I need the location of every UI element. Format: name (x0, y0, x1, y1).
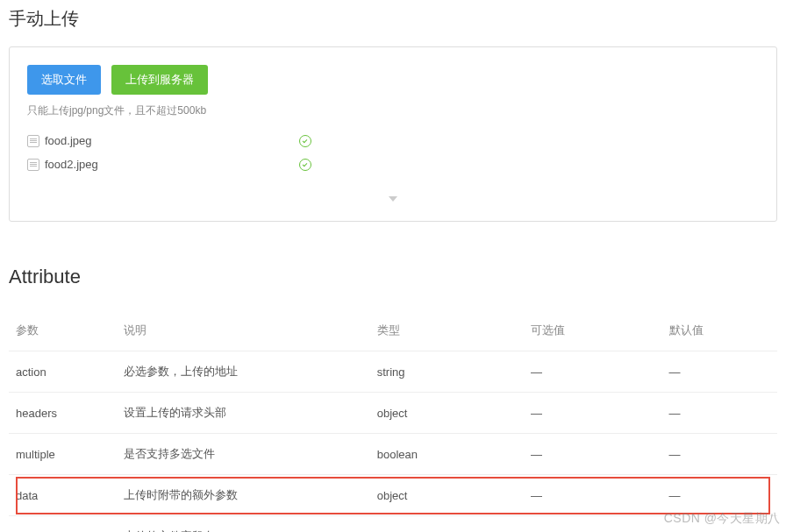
table-row: data上传时附带的额外参数object—— (9, 475, 777, 516)
cell-options: — (524, 516, 662, 533)
table-row: multiple是否支持多选文件boolean—— (9, 434, 777, 475)
table-row: headers设置上传的请求头部object—— (9, 393, 777, 434)
file-item[interactable]: food.jpeg (27, 129, 759, 153)
col-param: 参数 (9, 310, 117, 351)
cell-type: boolean (370, 434, 524, 475)
col-type: 类型 (370, 310, 524, 351)
success-icon (299, 159, 311, 171)
cell-desc: 上传时附带的额外参数 (117, 475, 370, 516)
cell-param: action (9, 351, 117, 393)
cell-desc: 必选参数，上传的地址 (117, 351, 370, 393)
table-row: action必选参数，上传的地址string—— (9, 351, 777, 393)
cell-options: — (524, 393, 662, 434)
cell-desc: 上传的文件字段名 (117, 516, 370, 533)
chevron-down-icon (389, 196, 397, 202)
cell-default: — (662, 351, 777, 393)
file-icon (27, 135, 39, 147)
cell-type: string (370, 516, 524, 533)
col-desc: 说明 (117, 310, 370, 351)
cell-options: — (524, 351, 662, 393)
cell-desc: 是否支持多选文件 (117, 434, 370, 475)
cell-param: data (9, 475, 117, 516)
table-row: name上传的文件字段名string—file (9, 516, 777, 533)
cell-default: — (662, 475, 777, 516)
success-icon (299, 135, 311, 147)
file-name: food2.jpeg (45, 158, 299, 171)
cell-type: string (370, 351, 524, 393)
cell-type: object (370, 475, 524, 516)
cell-param: multiple (9, 434, 117, 475)
page-title: 手动上传 (0, 0, 786, 38)
file-icon (27, 159, 39, 171)
cell-desc: 设置上传的请求头部 (117, 393, 370, 434)
cell-param: headers (9, 393, 117, 434)
cell-options: — (524, 475, 662, 516)
table-header-row: 参数 说明 类型 可选值 默认值 (9, 310, 777, 351)
cell-options: — (524, 434, 662, 475)
cell-type: object (370, 393, 524, 434)
col-options: 可选值 (524, 310, 662, 351)
file-name: food.jpeg (45, 134, 299, 147)
cell-param: name (9, 516, 117, 533)
upload-hint: 只能上传jpg/png文件，且不超过500kb (27, 103, 759, 118)
select-file-button[interactable]: 选取文件 (27, 65, 101, 95)
button-row: 选取文件 上传到服务器 (27, 65, 759, 95)
file-item[interactable]: food2.jpeg (27, 153, 759, 176)
col-default: 默认值 (662, 310, 777, 351)
attribute-table: 参数 说明 类型 可选值 默认值 action必选参数，上传的地址string—… (9, 310, 777, 532)
expand-toggle[interactable] (27, 194, 759, 203)
cell-default: — (662, 434, 777, 475)
watermark: CSDN @今天星期八 (664, 511, 781, 527)
attribute-title: Attribute (9, 266, 777, 288)
upload-server-button[interactable]: 上传到服务器 (111, 65, 208, 95)
file-list: food.jpeg food2.jpeg (27, 129, 759, 176)
upload-panel: 选取文件 上传到服务器 只能上传jpg/png文件，且不超过500kb food… (9, 46, 777, 222)
attribute-section: Attribute 参数 说明 类型 可选值 默认值 action必选参数，上传… (0, 266, 786, 532)
cell-default: — (662, 393, 777, 434)
